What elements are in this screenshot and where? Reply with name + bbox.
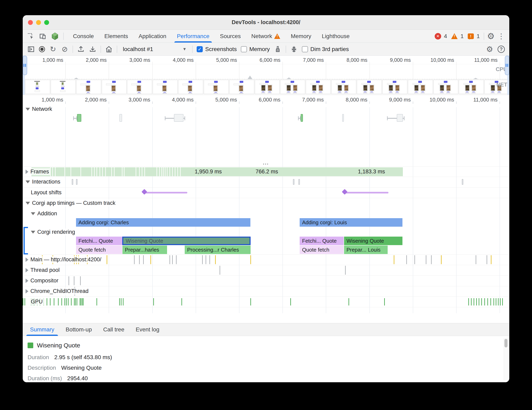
details-tab-summary[interactable]: Summary [24, 323, 60, 336]
gpu-activity-tick[interactable] [471, 298, 472, 305]
event-tick-yellow[interactable] [107, 255, 107, 264]
network-request[interactable] [342, 114, 344, 122]
error-count[interactable]: 4 [444, 33, 447, 39]
tab-application[interactable]: Application [133, 30, 171, 43]
timing-bar[interactable]: Fetchi... Quote [76, 237, 122, 245]
memory-checkbox-row[interactable]: Memory [241, 46, 270, 53]
filmstrip-screenshot[interactable] [102, 80, 127, 94]
layout-shift-duration[interactable] [144, 192, 187, 193]
chevron-collapsed-icon[interactable] [26, 257, 28, 262]
custom-track-label[interactable]: Corgi app timings — Custom track [26, 200, 117, 207]
tab-console[interactable]: Console [68, 30, 99, 43]
gpu-activity-tick[interactable] [25, 298, 25, 305]
gpu-activity-tick[interactable] [498, 298, 499, 305]
chevron-expanded-icon[interactable] [26, 108, 30, 111]
network-request[interactable] [301, 114, 303, 122]
gpu-activity-tick[interactable] [75, 298, 76, 305]
tab-lighthouse[interactable]: Lighthouse [316, 30, 355, 43]
event-tick-gray[interactable] [139, 255, 140, 264]
gpu-activity-tick[interactable] [290, 298, 291, 305]
more-options-icon[interactable]: ⋮ [498, 32, 505, 41]
tab-elements[interactable]: Elements [99, 30, 133, 43]
gpu-activity-tick[interactable] [83, 298, 84, 305]
thread-track-label[interactable]: Chrome_ChildIOThread [26, 288, 90, 295]
event-tick-gray[interactable] [134, 255, 135, 264]
overview-left-grip[interactable]: II [23, 56, 27, 75]
filmstrip-screenshot[interactable] [280, 80, 305, 94]
event-tick-yellow[interactable] [491, 255, 492, 264]
timing-bar[interactable]: Wisening Quote [344, 237, 402, 245]
event-tick-gray[interactable] [202, 255, 203, 264]
gpu-activity-tick[interactable] [81, 298, 81, 305]
tab-sources[interactable]: Sources [215, 30, 246, 43]
tab-network[interactable]: Network [246, 30, 285, 43]
details-tab-bottom-up[interactable]: Bottom-up [60, 323, 97, 336]
filmstrip-screenshot[interactable] [433, 80, 458, 94]
filmstrip-screenshot[interactable] [331, 80, 356, 94]
gpu-activity-tick[interactable] [121, 298, 122, 305]
event-tick-yellow[interactable] [215, 255, 216, 264]
collapse-sections-icon[interactable] [290, 45, 298, 53]
filmstrip-screenshot[interactable] [357, 80, 382, 94]
frames-track-label[interactable]: Frames [26, 168, 51, 175]
interaction-mark[interactable] [293, 179, 294, 185]
timing-bar[interactable]: Fetchi... Quote [300, 237, 344, 245]
event-tick-gray[interactable] [219, 266, 220, 275]
layout-shift-diamond[interactable] [142, 189, 147, 195]
gpu-activity-tick[interactable] [153, 298, 154, 305]
network-request[interactable] [397, 114, 403, 122]
network-request[interactable] [174, 114, 183, 122]
event-tick-gray[interactable] [143, 255, 144, 264]
chevron-collapsed-icon[interactable] [26, 279, 28, 283]
toggle-sidebar-icon[interactable] [27, 45, 35, 53]
chevron-collapsed-icon[interactable] [26, 289, 28, 293]
event-tick-gray[interactable] [74, 276, 74, 285]
filmstrip-screenshot[interactable] [229, 80, 254, 94]
screenshots-checkbox[interactable] [197, 46, 203, 52]
gpu-activity-tick[interactable] [123, 298, 124, 305]
gpu-activity-tick[interactable] [479, 298, 479, 305]
filmstrip-screenshot[interactable] [382, 80, 407, 94]
screenshots-checkbox-row[interactable]: Screenshots [197, 46, 237, 53]
reload-and-record-button[interactable]: ↻ [49, 45, 57, 53]
thread-track-label[interactable]: Compositor [26, 277, 60, 284]
gpu-activity-tick[interactable] [502, 298, 503, 305]
thread-track-label[interactable]: Main — http://localhost:4200/ [26, 256, 103, 263]
interaction-mark[interactable] [298, 179, 300, 185]
gpu-activity-tick[interactable] [384, 298, 385, 305]
network-request[interactable] [77, 114, 81, 122]
record-button[interactable] [39, 46, 45, 52]
filmstrip-screenshot[interactable] [204, 80, 229, 94]
console-errors-icon[interactable]: ✕ [435, 33, 441, 39]
history-select[interactable]: localhost #1 ▼ [121, 46, 188, 53]
tab-performance[interactable]: Performance [171, 30, 215, 43]
garbage-collect-icon[interactable] [274, 45, 282, 53]
chevron-collapsed-icon[interactable] [26, 170, 28, 174]
event-tick-gray[interactable] [170, 255, 170, 264]
gpu-activity-tick[interactable] [58, 298, 59, 305]
layout-shifts-label[interactable]: Layout shifts [31, 189, 63, 196]
gpu-activity-tick[interactable] [66, 298, 67, 305]
summary-scrollbar-thumb[interactable] [504, 339, 507, 347]
gpu-activity-tick[interactable] [250, 298, 251, 305]
gpu-activity-tick[interactable] [54, 298, 54, 305]
help-icon[interactable]: ? [498, 46, 505, 53]
timing-bar-selected[interactable]: Wisening Quote [122, 237, 251, 245]
dim-third-parties-checkbox-row[interactable]: Dim 3rd parties [302, 46, 349, 53]
timing-bar-addition[interactable]: Adding corgi: Charles [76, 218, 250, 227]
gpu-activity-tick[interactable] [494, 298, 494, 305]
filmstrip-screenshot[interactable] [459, 80, 484, 94]
chevron-expanded-icon[interactable] [31, 231, 35, 234]
gpu-activity-tick[interactable] [496, 298, 496, 305]
gpu-activity-tick[interactable] [65, 298, 65, 305]
timing-bar[interactable]: Prepar... Louis [344, 246, 388, 254]
event-tick-gray[interactable] [176, 255, 177, 264]
layout-shift-diamond[interactable] [342, 189, 348, 195]
gpu-activity-tick[interactable] [468, 298, 469, 305]
interactions-track-label[interactable]: Interactions [26, 178, 62, 185]
upload-profile-icon[interactable] [77, 45, 85, 53]
details-tab-event-log[interactable]: Event log [130, 323, 165, 336]
tab-memory[interactable]: Memory [285, 30, 316, 43]
console-warnings-icon[interactable] [451, 33, 458, 39]
summary-scrollbar[interactable] [504, 338, 508, 380]
